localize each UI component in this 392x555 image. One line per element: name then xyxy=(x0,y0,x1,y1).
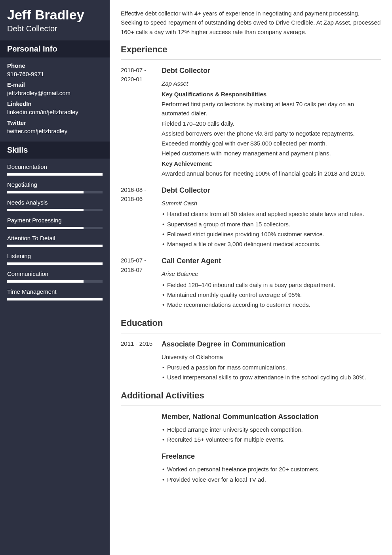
skill-name: Listening xyxy=(7,253,103,259)
skill-bar-fill xyxy=(7,298,103,300)
entry-title: Debt Collector xyxy=(162,185,381,196)
list-item: Fielded 120–140 inbound calls daily in a… xyxy=(162,280,381,289)
skill-item: Documentation xyxy=(7,163,103,176)
list-item: Recruited 15+ volunteers for multiple ev… xyxy=(162,435,381,444)
skill-name: Attention To Detail xyxy=(7,235,103,241)
resume-page: Jeff Bradley Debt Collector Personal Inf… xyxy=(0,0,392,555)
skill-bar-fill xyxy=(7,227,84,229)
skill-name: Time Management xyxy=(7,288,103,295)
info-value: jeffzbradley@gmail.com xyxy=(7,90,103,96)
info-label: LinkedIn xyxy=(7,100,103,107)
entry-body: Associate Degree in CommunicationUnivers… xyxy=(162,339,381,382)
skill-bar xyxy=(7,262,103,265)
line: Assisted borrowers over the phone via 3r… xyxy=(162,129,381,138)
skill-name: Documentation xyxy=(7,163,103,170)
education-section: 2011 - 2015Associate Degree in Communica… xyxy=(121,339,381,382)
list-item: Helped arrange inter-university speech c… xyxy=(162,425,381,434)
skill-bar-fill xyxy=(7,262,103,265)
skills-heading: Skills xyxy=(0,142,110,159)
entry: 2011 - 2015Associate Degree in Communica… xyxy=(121,339,381,382)
list-item: Handled claims from all 50 states and ap… xyxy=(162,209,381,218)
achievement: Awarded annual bonus for meeting 100% of… xyxy=(162,169,381,178)
skill-bar xyxy=(7,280,103,283)
skill-bar-fill xyxy=(7,245,103,247)
entry-org: Summit Cash xyxy=(162,199,381,208)
entry-title: Associate Degree in Communication xyxy=(162,339,381,350)
list-item: Pursued a passion for mass communication… xyxy=(162,363,381,372)
activities-section: Member, National Communication Associati… xyxy=(121,411,381,484)
entry-title: Debt Collector xyxy=(162,65,381,77)
entry-title: Member, National Communication Associati… xyxy=(162,411,381,423)
skill-bar xyxy=(7,245,103,247)
line: Fielded 170–200 calls daily. xyxy=(162,119,381,128)
entry-dates: 2018-07 - 2020-01 xyxy=(121,65,162,178)
list-item: Managed a file of over 3,000 delinquent … xyxy=(162,239,381,249)
skill-name: Payment Processing xyxy=(7,217,103,224)
entry-org: Arise Balance xyxy=(162,269,381,278)
main-content: Effective debt collector with 4+ years o… xyxy=(110,0,392,555)
list-item: Provided voice-over for a local TV ad. xyxy=(162,475,381,484)
sidebar: Jeff Bradley Debt Collector Personal Inf… xyxy=(0,0,110,555)
skill-bar xyxy=(7,298,103,300)
skill-bar-fill xyxy=(7,191,84,193)
info-label: E-mail xyxy=(7,81,103,88)
skill-name: Negotiating xyxy=(7,181,103,188)
experience-heading: Experience xyxy=(121,43,381,60)
bullet-list: Fielded 120–140 inbound calls daily in a… xyxy=(162,280,381,310)
entry: Member, National Communication Associati… xyxy=(121,411,381,444)
experience-section: 2018-07 - 2020-01Debt CollectorZap Asset… xyxy=(121,65,381,309)
skill-bar xyxy=(7,209,103,211)
skill-bar-fill xyxy=(7,173,103,176)
skill-bar xyxy=(7,227,103,229)
skill-name: Communication xyxy=(7,270,103,277)
list-item: Made recommendations according to custom… xyxy=(162,300,381,309)
subheading: Key Qualifications & Responsibilities xyxy=(162,90,381,99)
entry-title: Call Center Agent xyxy=(162,256,381,267)
entry-dates xyxy=(121,411,162,444)
personal-info: Phone918-760-9971E-mailjeffzbradley@gmai… xyxy=(0,57,110,142)
entry-dates: 2015-07 - 2016-07 xyxy=(121,256,162,309)
list-item: Worked on personal freelance projects fo… xyxy=(162,465,381,474)
line: Exceeded monthly goal with over $35,000 … xyxy=(162,139,381,148)
entry: 2015-07 - 2016-07Call Center AgentArise … xyxy=(121,256,381,309)
line: Performed first party collections by mak… xyxy=(162,100,381,118)
entry-body: FreelanceWorked on personal freelance pr… xyxy=(162,451,381,484)
list-item: Followed strict guidelines providing 100… xyxy=(162,230,381,239)
skill-bar-fill xyxy=(7,209,84,211)
bullet-list: Helped arrange inter-university speech c… xyxy=(162,425,381,444)
entry-body: Member, National Communication Associati… xyxy=(162,411,381,444)
skills-list: DocumentationNegotiatingNeeds AnalysisPa… xyxy=(0,159,110,308)
skill-item: Communication xyxy=(7,270,103,283)
personal-info-heading: Personal Info xyxy=(0,40,110,57)
skill-item: Negotiating xyxy=(7,181,103,193)
education-heading: Education xyxy=(121,316,381,333)
activities-heading: Additional Activities xyxy=(121,389,381,406)
bullet-list: Handled claims from all 50 states and ap… xyxy=(162,209,381,249)
entry: 2018-07 - 2020-01Debt CollectorZap Asset… xyxy=(121,65,381,178)
entry-title: Freelance xyxy=(162,451,381,462)
entry-body: Call Center AgentArise BalanceFielded 12… xyxy=(162,256,381,309)
entry-body: Debt CollectorZap AssetKey Qualification… xyxy=(162,65,381,178)
list-item: Maintained monthly quality control avera… xyxy=(162,290,381,299)
info-label: Phone xyxy=(7,62,103,69)
entry-org: Zap Asset xyxy=(162,79,381,88)
info-value: 918-760-9971 xyxy=(7,71,103,77)
skill-item: Needs Analysis xyxy=(7,199,103,211)
list-item: Supervised a group of more than 15 colle… xyxy=(162,220,381,229)
entry-dates: 2011 - 2015 xyxy=(121,339,162,382)
list-item: Used interpersonal skills to grow attend… xyxy=(162,373,381,382)
skill-item: Payment Processing xyxy=(7,217,103,229)
info-value: linkedin.com/in/jeffzbradley xyxy=(7,109,103,115)
entry-org: University of Oklahoma xyxy=(162,352,381,362)
skill-bar-fill xyxy=(7,280,84,283)
info-value: twitter.com/jeffzbradley xyxy=(7,128,103,134)
skill-bar xyxy=(7,173,103,176)
entry-dates xyxy=(121,451,162,484)
bullet-list: Worked on personal freelance projects fo… xyxy=(162,465,381,484)
person-title: Debt Collector xyxy=(0,24,110,40)
skill-item: Attention To Detail xyxy=(7,235,103,247)
skill-name: Needs Analysis xyxy=(7,199,103,206)
entry-body: Debt CollectorSummit CashHandled claims … xyxy=(162,185,381,249)
skill-item: Time Management xyxy=(7,288,103,300)
subheading: Key Achievement: xyxy=(162,159,381,168)
